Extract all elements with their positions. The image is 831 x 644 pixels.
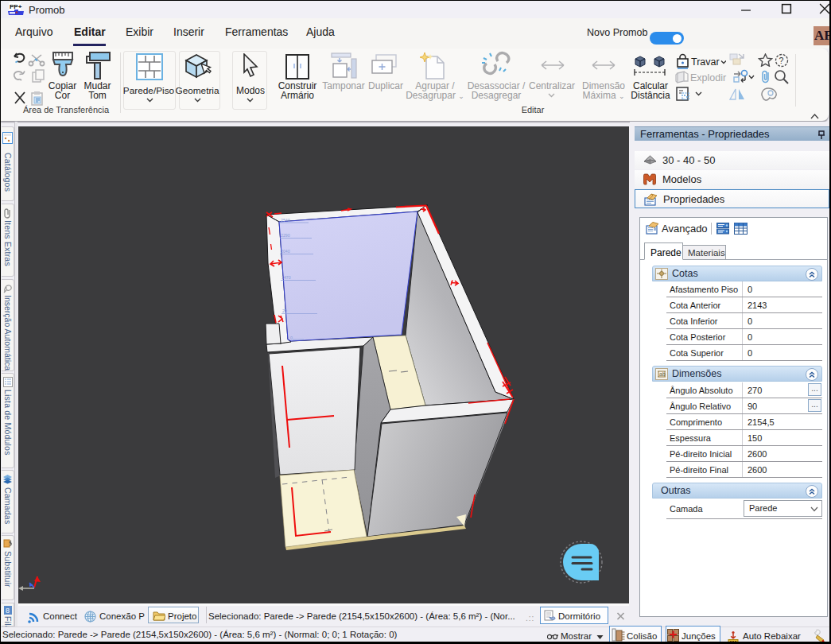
svg-text:20: 20 [282,308,287,313]
svg-text:2040: 2040 [281,249,290,254]
svg-text:?: ? [779,56,784,65]
svg-text:PP+: PP+ [10,3,22,10]
svg-text:Explodir: Explodir [690,72,726,83]
svg-text:1470: 1470 [282,275,291,280]
svg-text:2290: 2290 [281,233,290,238]
svg-text:ab: ab [659,371,666,377]
svg-text:0: 0 [290,336,293,340]
svg-text:2540: 2540 [281,218,290,223]
svg-text:Travar: Travar [691,56,720,68]
svg-text:8: 8 [6,607,10,615]
